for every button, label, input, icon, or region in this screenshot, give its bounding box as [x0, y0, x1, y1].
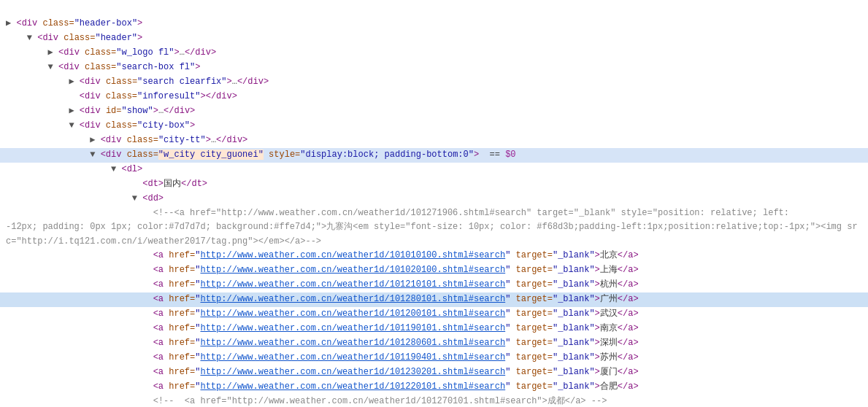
code-line: <a href="http://www.weather.com.cn/weath…: [0, 365, 868, 380]
code-line: <!--<a href="http://www.weather.com.cn/w…: [0, 206, 868, 249]
code-line: <a href="http://www.weather.com.cn/weath…: [0, 307, 868, 322]
code-line: ▶ <div class="search clearfix">…</div>: [0, 75, 868, 90]
code-view: ▶ <div class="header-box"> ▼ <div class=…: [0, 0, 868, 407]
code-line: ▶ <div class="header-box">: [0, 17, 868, 31]
code-line: ▶ <div class="city-tt">…</div>: [0, 133, 868, 148]
code-line: <div class="inforesult"></div>: [0, 90, 868, 104]
code-line: <!-- <a href="http://www.weather.com.cn/…: [0, 395, 868, 407]
code-line: ▶ <div class="w_logo fl">…</div>: [0, 46, 868, 61]
code-line: <a href="http://www.weather.com.cn/weath…: [0, 278, 868, 292]
code-line: <a href="http://www.weather.com.cn/weath…: [0, 249, 868, 263]
code-line: <a href="http://www.weather.com.cn/weath…: [0, 322, 868, 336]
code-line: ▼ <dd>: [0, 192, 868, 206]
code-line: ▼ <div class="search-box fl">: [0, 61, 868, 75]
code-line: ▶ <div id="show">…</div>: [0, 104, 868, 119]
code-line: <a href="http://www.weather.com.cn/weath…: [0, 336, 868, 351]
code-line: ▼ <dl>: [0, 163, 868, 177]
code-line: ▼ <div class="header">: [0, 31, 868, 46]
code-line: <a href="http://www.weather.com.cn/weath…: [0, 351, 868, 365]
code-line: <dt>国内</dt>: [0, 177, 868, 192]
code-line: <a href="http://www.weather.com.cn/weath…: [0, 292, 868, 307]
code-line: ▼ <div class="city-box">: [0, 119, 868, 133]
code-line: <a href="http://www.weather.com.cn/weath…: [0, 263, 868, 278]
code-line: <a href="http://www.weather.com.cn/weath…: [0, 380, 868, 395]
code-line: ▼ <div class="w_city city_guonei" style=…: [0, 148, 868, 163]
